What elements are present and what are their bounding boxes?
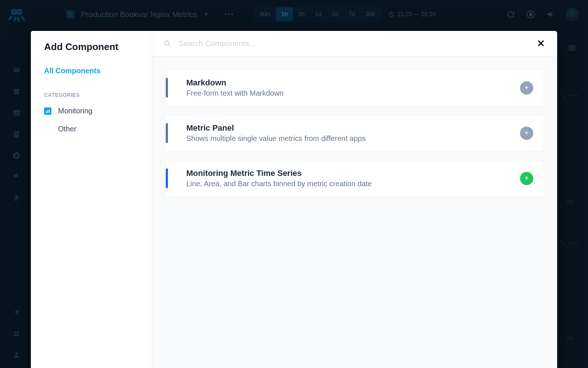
svg-point-32: [165, 41, 169, 45]
component-description: Free-form text with Markdown: [186, 89, 511, 98]
component-accent-bar: [166, 169, 168, 188]
modal-sidebar: Add Component All Components CATEGORIES …: [31, 31, 152, 368]
category-label: Other: [58, 125, 76, 133]
component-monitoring-time-series[interactable]: Monitoring Metric Time Series Line, Area…: [165, 160, 544, 197]
modal-title: Add Component: [44, 41, 139, 53]
component-accent-bar: [166, 78, 168, 98]
component-description: Shows multiple single value metrics from…: [186, 134, 511, 143]
component-name: Monitoring Metric Time Series: [186, 169, 511, 178]
svg-rect-31: [49, 109, 50, 113]
search-icon: [163, 39, 171, 47]
modal-main: ✕ Markdown Free-form text with Markdown …: [152, 31, 557, 368]
all-components-link[interactable]: All Components: [44, 67, 139, 75]
component-metric-panel[interactable]: Metric Panel Shows multiple single value…: [165, 115, 544, 151]
add-component-modal: Add Component All Components CATEGORIES …: [31, 31, 557, 368]
svg-line-33: [168, 45, 170, 46]
component-list: Markdown Free-form text with Markdown + …: [152, 56, 557, 368]
add-button[interactable]: +: [520, 127, 533, 140]
svg-rect-29: [46, 111, 47, 113]
component-name: Markdown: [186, 78, 511, 88]
svg-rect-30: [47, 110, 48, 113]
add-button[interactable]: +: [520, 172, 533, 185]
component-name: Metric Panel: [186, 123, 511, 133]
component-accent-bar: [166, 123, 168, 143]
monitoring-icon: [44, 107, 51, 115]
categories-heading: CATEGORIES: [44, 92, 139, 98]
component-markdown[interactable]: Markdown Free-form text with Markdown +: [165, 70, 544, 106]
search-input[interactable]: [178, 39, 529, 48]
category-label: Monitoring: [58, 107, 92, 115]
category-other[interactable]: Other: [44, 125, 139, 133]
category-monitoring[interactable]: Monitoring: [44, 107, 139, 115]
component-description: Line, Area, and Bar charts binned by met…: [186, 180, 511, 188]
search-bar: ✕: [152, 31, 557, 56]
add-button[interactable]: +: [520, 81, 533, 95]
close-icon[interactable]: ✕: [536, 38, 546, 49]
